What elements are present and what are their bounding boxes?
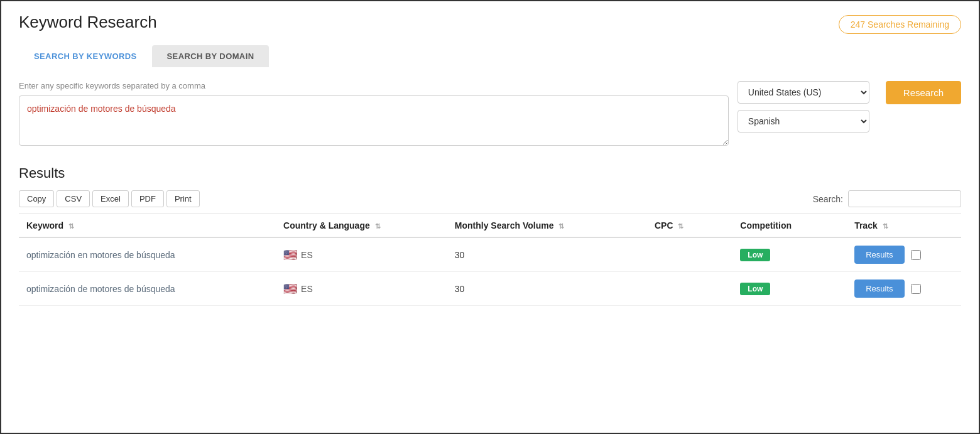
sort-icon-country: ⇅ (375, 222, 381, 230)
research-button[interactable]: Research (886, 81, 961, 104)
print-button[interactable]: Print (166, 190, 200, 207)
selects-col: United States (US) United Kingdom (UK) C… (738, 81, 869, 133)
track-checkbox-1[interactable] (911, 250, 921, 260)
results-button-1[interactable]: Results (854, 246, 904, 264)
searches-remaining-badge: 247 Searches Remaining (839, 15, 961, 34)
tab-search-by-domain[interactable]: SEARCH BY DOMAIN (152, 45, 270, 67)
table-search-label: Search: (813, 194, 843, 204)
language-code-1: ES (301, 250, 313, 260)
sort-icon-monthly: ⇅ (558, 222, 564, 230)
results-section: Results Copy CSV Excel PDF Print Search:… (19, 165, 961, 306)
search-right-inner: United States (US) United Kingdom (UK) C… (738, 81, 961, 133)
copy-button[interactable]: Copy (19, 190, 54, 207)
export-buttons: Copy CSV Excel PDF Print (19, 190, 200, 207)
tab-search-by-keywords[interactable]: SEARCH BY KEYWORDS (19, 45, 152, 67)
cell-country-2: 🇺🇸 ES (276, 272, 447, 306)
country-select[interactable]: United States (US) United Kingdom (UK) C… (738, 81, 869, 104)
cell-keyword-2: optimización de motores de búsqueda (19, 272, 276, 306)
cell-keyword-1: optimización en motores de búsqueda (19, 237, 276, 272)
cell-cpc-1 (647, 237, 732, 272)
sort-icon-keyword: ⇅ (68, 222, 74, 230)
language-code-2: ES (301, 284, 313, 294)
language-select[interactable]: Spanish English French German (738, 110, 869, 133)
results-button-2[interactable]: Results (854, 279, 904, 298)
cell-country-1: 🇺🇸 ES (276, 237, 447, 272)
col-header-monthly-search-volume[interactable]: Monthly Search Volume ⇅ (447, 214, 647, 238)
cell-track-1: Results (847, 237, 961, 272)
flag-icon-2: 🇺🇸 (283, 282, 297, 296)
cell-competition-1: Low (732, 237, 847, 272)
flag-icon-1: 🇺🇸 (283, 248, 297, 262)
cell-cpc-2 (647, 272, 732, 306)
search-left: Enter any specific keywords separated by… (19, 81, 729, 148)
col-header-country-language[interactable]: Country & Language ⇅ (276, 214, 447, 238)
search-area: Enter any specific keywords separated by… (19, 81, 961, 148)
sort-icon-track: ⇅ (883, 222, 888, 230)
table-row: optimización de motores de búsqueda 🇺🇸 E… (19, 272, 961, 306)
sort-icon-cpc: ⇅ (678, 222, 683, 230)
tabs-row: SEARCH BY KEYWORDS SEARCH BY DOMAIN (19, 45, 961, 67)
pdf-button[interactable]: PDF (131, 190, 164, 207)
cell-monthly-2: 30 (447, 272, 647, 306)
col-header-track[interactable]: Track ⇅ (847, 214, 961, 238)
keyword-textarea[interactable]: optimización de motores de búsqueda (19, 95, 729, 146)
table-search-input[interactable] (848, 190, 961, 207)
competition-badge-2: Low (740, 283, 770, 295)
keyword-link-1[interactable]: optimización en motores de búsqueda (26, 250, 175, 260)
track-checkbox-2[interactable] (911, 284, 921, 294)
competition-badge-1: Low (740, 249, 770, 261)
col-header-cpc[interactable]: CPC ⇅ (647, 214, 732, 238)
table-row: optimización en motores de búsqueda 🇺🇸 E… (19, 237, 961, 272)
results-title: Results (19, 165, 961, 182)
csv-button[interactable]: CSV (57, 190, 90, 207)
cell-competition-2: Low (732, 272, 847, 306)
cell-track-2: Results (847, 272, 961, 306)
results-table: Keyword ⇅ Country & Language ⇅ Monthly S… (19, 214, 961, 306)
col-header-competition[interactable]: Competition (732, 214, 847, 238)
page-title: Keyword Research (19, 13, 157, 32)
export-row: Copy CSV Excel PDF Print Search: (19, 190, 961, 207)
search-hint: Enter any specific keywords separated by… (19, 81, 729, 90)
cell-monthly-1: 30 (447, 237, 647, 272)
table-search-row: Search: (813, 190, 961, 207)
col-header-keyword[interactable]: Keyword ⇅ (19, 214, 276, 238)
keyword-link-2[interactable]: optimización de motores de búsqueda (26, 284, 175, 294)
excel-button[interactable]: Excel (92, 190, 129, 207)
